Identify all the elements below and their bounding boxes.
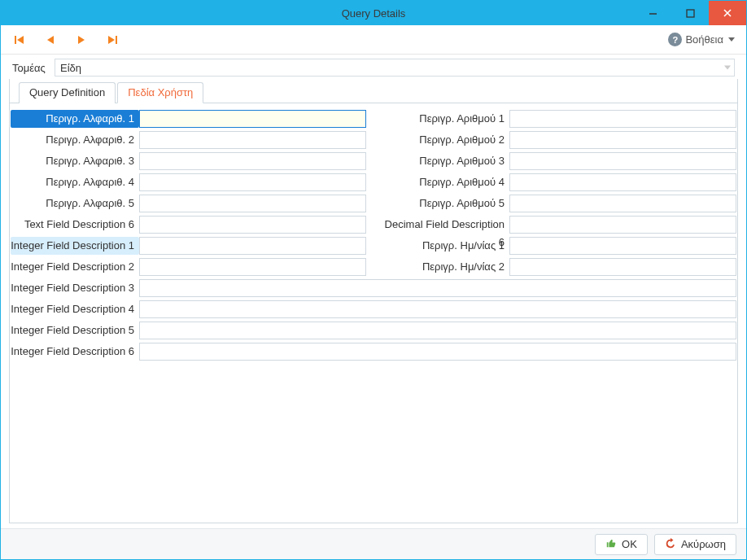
label-date-1: Περιγρ. Ημ/νίας 1 bbox=[381, 237, 509, 255]
first-record-icon[interactable] bbox=[12, 33, 27, 47]
input-int-3[interactable] bbox=[139, 279, 736, 297]
next-record-icon[interactable] bbox=[74, 33, 89, 47]
label-num-1: Περιγρ. Αριθμού 1 bbox=[381, 110, 509, 128]
input-int-6[interactable] bbox=[139, 343, 736, 361]
domain-value: Είδη bbox=[60, 62, 81, 74]
label-int-5: Integer Field Description 5 bbox=[11, 322, 139, 339]
input-int-1[interactable] bbox=[139, 237, 366, 255]
prev-record-icon[interactable] bbox=[43, 33, 58, 47]
tab-user-fields[interactable]: Πεδία Χρήστη bbox=[117, 82, 203, 103]
label-num-3: Περιγρ. Αριθμού 3 bbox=[381, 152, 509, 170]
input-num-5[interactable] bbox=[509, 195, 736, 212]
label-num-4: Περιγρ. Αριθμού 4 bbox=[381, 173, 509, 191]
button-bar: OK Ακύρωση bbox=[1, 528, 746, 559]
cancel-label: Ακύρωση bbox=[681, 538, 726, 550]
input-alpha-2[interactable] bbox=[139, 131, 366, 149]
label-alpha-1: Περιγρ. Αλφαριθ. 1 bbox=[11, 110, 139, 128]
label-date-2: Περιγρ. Ημ/νίας 2 bbox=[381, 258, 509, 276]
help-label: Βοήθεια bbox=[685, 33, 723, 46]
svg-marker-5 bbox=[17, 36, 24, 44]
svg-marker-6 bbox=[47, 36, 54, 44]
input-int-4[interactable] bbox=[139, 300, 736, 318]
label-int-3: Integer Field Description 3 bbox=[11, 279, 139, 297]
input-alpha-3[interactable] bbox=[139, 152, 366, 170]
label-num-5: Περιγρ. Αριθμού 5 bbox=[381, 195, 509, 212]
input-alpha-1[interactable] bbox=[139, 110, 366, 128]
input-text-6[interactable] bbox=[139, 216, 366, 234]
input-num-3[interactable] bbox=[509, 152, 736, 170]
svg-marker-8 bbox=[108, 36, 115, 44]
input-num-1[interactable] bbox=[509, 110, 736, 128]
svg-rect-1 bbox=[687, 10, 694, 17]
ok-button[interactable]: OK bbox=[595, 534, 648, 555]
label-alpha-4: Περιγρ. Αλφαριθ. 4 bbox=[11, 173, 139, 191]
input-date-2[interactable] bbox=[509, 258, 736, 276]
domain-label: Τομέας bbox=[12, 62, 50, 74]
cancel-button[interactable]: Ακύρωση bbox=[654, 534, 736, 555]
label-int-4: Integer Field Description 4 bbox=[11, 300, 139, 318]
titlebar: Query Details bbox=[1, 1, 746, 25]
svg-rect-9 bbox=[116, 36, 117, 44]
input-num-2[interactable] bbox=[509, 131, 736, 149]
last-record-icon[interactable] bbox=[105, 33, 120, 47]
input-alpha-4[interactable] bbox=[139, 173, 366, 191]
close-button[interactable] bbox=[709, 1, 746, 25]
label-text-6: Text Field Description 6 bbox=[11, 216, 139, 234]
undo-icon bbox=[665, 537, 676, 551]
svg-rect-4 bbox=[15, 36, 16, 44]
help-icon: ? bbox=[668, 33, 682, 46]
label-alpha-2: Περιγρ. Αλφαριθ. 2 bbox=[11, 131, 139, 149]
input-date-1[interactable] bbox=[509, 237, 736, 255]
label-alpha-5: Περιγρ. Αλφαριθ. 5 bbox=[11, 195, 139, 212]
label-int-2: Integer Field Description 2 bbox=[11, 258, 139, 276]
tab-query-definition[interactable]: Query Definition bbox=[19, 82, 116, 103]
input-num-4[interactable] bbox=[509, 173, 736, 191]
input-alpha-5[interactable] bbox=[139, 195, 366, 212]
input-dec-6[interactable] bbox=[509, 216, 736, 234]
minimize-button[interactable] bbox=[634, 1, 671, 25]
help-button[interactable]: ? Βοήθεια bbox=[668, 33, 735, 46]
toolbar: ? Βοήθεια bbox=[1, 25, 746, 55]
ok-label: OK bbox=[622, 538, 637, 550]
input-int-2[interactable] bbox=[139, 258, 366, 276]
label-alpha-3: Περιγρ. Αλφαριθ. 3 bbox=[11, 152, 139, 170]
input-int-5[interactable] bbox=[139, 322, 736, 339]
domain-select[interactable]: Είδη bbox=[55, 59, 735, 77]
chevron-down-icon bbox=[724, 66, 731, 70]
maximize-button[interactable] bbox=[671, 1, 709, 25]
thumbs-up-icon bbox=[605, 537, 617, 551]
label-int-6: Integer Field Description 6 bbox=[11, 343, 139, 361]
chevron-down-icon bbox=[728, 37, 735, 42]
label-int-1: Integer Field Description 1 bbox=[11, 237, 139, 255]
label-dec-6: Decimal Field Description 6 bbox=[381, 216, 509, 234]
label-num-2: Περιγρ. Αριθμού 2 bbox=[381, 131, 509, 149]
svg-marker-7 bbox=[78, 36, 85, 44]
